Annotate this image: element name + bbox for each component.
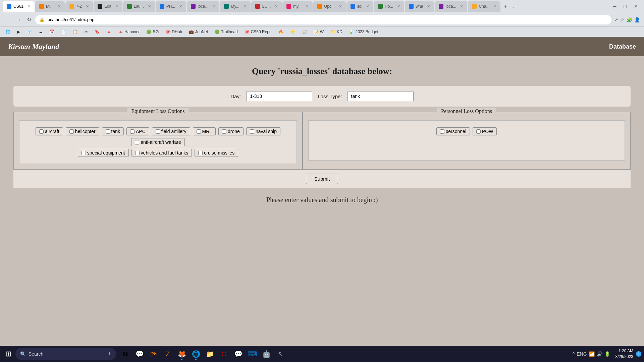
close-button[interactable]: ✕ — [631, 2, 641, 10]
bookmark-jobnet[interactable]: 💼JobNet — [186, 28, 211, 35]
forward-button[interactable]: → — [15, 15, 23, 24]
new-tab-button[interactable]: + — [501, 3, 510, 10]
loss-type-input[interactable] — [347, 91, 414, 101]
tab-close-2[interactable]: ✕ — [56, 4, 61, 9]
tab-14[interactable]: wha ✕ — [405, 1, 434, 12]
bookmark-10[interactable]: 🔺 — [104, 28, 114, 35]
tab-2[interactable]: Mi... ✕ — [35, 1, 65, 12]
extension-icon[interactable]: 🧩 — [627, 17, 632, 22]
bookmark-6[interactable]: 📄 — [58, 28, 69, 35]
checkbox-helicopter[interactable] — [69, 129, 74, 134]
maximize-button[interactable]: □ — [621, 2, 630, 10]
eng-language[interactable]: ENG — [577, 351, 587, 357]
bookmark-19[interactable]: 📝W — [311, 28, 326, 35]
day-input[interactable] — [246, 91, 312, 101]
checkbox-pow[interactable] — [476, 129, 481, 134]
opt-apc[interactable]: APC — [126, 127, 149, 135]
opt-field-artillery[interactable]: field artillery — [152, 127, 190, 135]
share-icon[interactable]: ↗ — [614, 17, 618, 22]
chevron-up-icon[interactable]: ^ — [573, 351, 575, 357]
bookmark-budget[interactable]: 📊2023 Budget — [346, 28, 381, 35]
profile-icon[interactable]: 👤 — [634, 17, 640, 22]
bookmark-kd[interactable]: 📁KD — [328, 28, 345, 35]
checkbox-naval-ship[interactable] — [250, 129, 254, 134]
tab-16[interactable]: Cha... ✕ — [468, 1, 500, 12]
tab-close-16[interactable]: ✕ — [491, 4, 496, 9]
tab-11[interactable]: Upc... ✕ — [313, 1, 345, 12]
database-nav-link[interactable]: Database — [609, 43, 636, 50]
zorin-app[interactable]: Z — [161, 347, 174, 361]
tab-4[interactable]: Edit ✕ — [94, 1, 122, 12]
tab-close-14[interactable]: ✕ — [425, 4, 430, 9]
checkbox-vehicles-fuel[interactable] — [135, 151, 140, 155]
bookmark-rg[interactable]: 🟢RG — [144, 28, 161, 35]
volume-icon[interactable]: 🔊 — [597, 351, 602, 357]
bookmark-18[interactable]: 📰 — [299, 28, 310, 35]
store-app[interactable]: 🛍 — [147, 347, 160, 361]
minimize-button[interactable]: ─ — [610, 2, 620, 10]
tab-close-10[interactable]: ✕ — [304, 4, 309, 9]
whatsapp-app[interactable]: 💬 — [231, 347, 245, 361]
checkbox-field-artillery[interactable] — [156, 129, 160, 134]
tab-close-5[interactable]: ✕ — [146, 4, 151, 9]
bookmark-2[interactable]: ▶ — [14, 28, 23, 35]
bookmark-9[interactable]: 🔖 — [92, 28, 102, 35]
checkbox-anti-aircraft[interactable] — [135, 140, 139, 144]
tab-close-11[interactable]: ✕ — [337, 4, 342, 9]
tab-12[interactable]: sql ✕ — [346, 1, 373, 12]
checkbox-special-equipment[interactable] — [82, 151, 86, 155]
tab-cs61[interactable]: CS61 ✕ — [3, 1, 35, 12]
bookmark-8[interactable]: ✂ — [82, 28, 91, 35]
files-app[interactable]: 📁 — [203, 347, 217, 361]
tab-overflow-button[interactable]: ⌄ — [511, 4, 517, 9]
tab-9[interactable]: SU... ✕ — [251, 1, 282, 12]
cursor-app[interactable]: ↖ — [274, 347, 287, 361]
bookmark-4[interactable]: ☁ — [36, 28, 45, 35]
tab-close-15[interactable]: ✕ — [458, 4, 463, 9]
tab-8[interactable]: My... ✕ — [220, 1, 250, 12]
opt-pow[interactable]: POW — [473, 127, 497, 135]
checkbox-personnel[interactable] — [440, 129, 444, 134]
firefox-app[interactable]: 🦊 — [175, 347, 189, 361]
wifi-icon[interactable]: 📶 — [589, 351, 595, 357]
tab-close-cs61[interactable]: ✕ — [25, 4, 31, 9]
battery-icon[interactable]: 🔋 — [604, 351, 610, 357]
notification-badge[interactable]: 1 — [636, 351, 641, 357]
tab-10[interactable]: my... ✕ — [282, 1, 313, 12]
vscode-app[interactable]: ⌨ — [246, 347, 259, 361]
opt-mrl[interactable]: MRL — [193, 127, 216, 135]
opt-cruise-missiles[interactable]: cruise missiles — [195, 149, 238, 157]
opt-personnel[interactable]: personnel — [436, 127, 470, 135]
teams-app[interactable]: 💬 — [133, 347, 146, 361]
tab-3[interactable]: 7-2 ✕ — [65, 1, 93, 12]
tab-close-12[interactable]: ✕ — [364, 4, 369, 9]
opt-aircraft[interactable]: aircraft — [36, 127, 63, 135]
reload-button[interactable]: ↻ — [25, 15, 33, 24]
opt-tank[interactable]: tank — [102, 127, 124, 135]
checkbox-aircraft[interactable] — [39, 129, 44, 134]
tab-close-4[interactable]: ✕ — [113, 4, 118, 9]
tab-7[interactable]: loca... ✕ — [187, 1, 219, 12]
bookmark-16[interactable]: 🔥 — [276, 28, 286, 35]
tab-close-8[interactable]: ✕ — [241, 4, 247, 9]
bookmark-1[interactable]: 🌐 — [3, 28, 13, 35]
bookmark-7[interactable]: 📋 — [70, 28, 80, 35]
tab-close-13[interactable]: ✕ — [395, 4, 400, 9]
checkbox-cruise-missiles[interactable] — [198, 151, 203, 155]
opt-naval-ship[interactable]: naval ship — [246, 127, 280, 135]
address-input[interactable]: 🔒 localhost/cs61/index.php — [35, 15, 611, 24]
start-button[interactable]: ⊞ — [3, 348, 14, 360]
bookmark-3[interactable]: 📧 — [24, 28, 35, 35]
opt-drone[interactable]: drone — [218, 127, 244, 135]
bookmark-hanover[interactable]: 🔺Hanover — [115, 28, 142, 35]
checkbox-tank[interactable] — [106, 129, 110, 134]
tab-6[interactable]: PH... ✕ — [156, 1, 186, 12]
opt-anti-aircraft[interactable]: anti-aircraft warfare — [131, 138, 185, 146]
opt-special-equipment[interactable]: special equipment — [78, 149, 129, 157]
tab-13[interactable]: Ho... ✕ — [374, 1, 404, 12]
back-button[interactable]: ← — [4, 15, 12, 24]
task-view-button[interactable]: ⧉ — [119, 347, 132, 361]
submit-button[interactable]: Submit — [306, 174, 338, 184]
opt-helicopter[interactable]: helicopter — [66, 127, 99, 135]
tab-close-7[interactable]: ✕ — [210, 4, 215, 9]
